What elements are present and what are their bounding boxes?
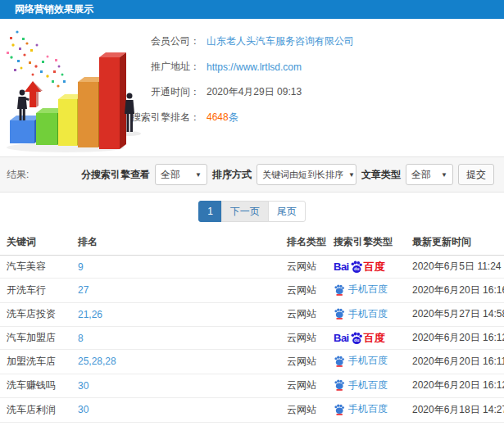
titlebar: 网络营销效果展示 xyxy=(0,0,504,19)
updated-cell: 2020年6月20日 16:12 xyxy=(406,327,504,350)
updated-cell: 2020年6月18日 14:30 xyxy=(406,422,504,426)
chevron-down-icon: ▼ xyxy=(348,171,355,179)
table-row: 汽车美容 9 云网站 Bai du 百度 xyxy=(0,256,504,279)
chevron-down-icon: ▼ xyxy=(441,171,447,179)
bar-chart-clipart xyxy=(0,20,152,153)
keyword-cell: 汽车美容 xyxy=(0,256,71,279)
baidu-paw-icon: du xyxy=(350,261,363,274)
pagination: 1 下一页 尾页 xyxy=(0,193,504,229)
keyword-cell: 洗车赚钱吗 xyxy=(0,374,71,398)
mobile-baidu-paw-icon xyxy=(334,308,345,320)
baidu-logo-du-text: du xyxy=(354,338,359,342)
table-row: 加盟洗车店 25,28,28 云网站 du xyxy=(0,350,504,374)
engine-filter-selected-value: 全部 xyxy=(161,168,180,182)
mobile-baidu-paw-icon xyxy=(334,404,345,415)
updated-cell: 2020年6月18日 14:27 xyxy=(406,398,504,423)
submit-button[interactable]: 提交 xyxy=(458,164,494,185)
baidu-paw-icon: du xyxy=(350,332,363,345)
baidu-mobile-logo: 手机百度 xyxy=(334,354,388,368)
article-type-select[interactable]: 全部 ▼ xyxy=(406,164,453,185)
pagination-next-button[interactable]: 下一页 xyxy=(221,201,269,222)
baidu-logo-du-text: du xyxy=(354,266,359,271)
rank-link[interactable]: 25,28,28 xyxy=(78,356,116,367)
article-type-selected-value: 全部 xyxy=(411,168,431,182)
mobile-baidu-label: 手机百度 xyxy=(348,378,388,392)
baidu-mobile-logo: 手机百度 xyxy=(334,402,388,416)
confetti-dots xyxy=(7,30,66,87)
rank-link[interactable]: 30 xyxy=(78,404,89,415)
rank-link[interactable]: 8 xyxy=(78,333,84,344)
keyword-cell: 加盟洗车店 xyxy=(0,350,71,374)
mobile-baidu-label: 手机百度 xyxy=(348,307,388,321)
engine-filter-label: 分搜索引擎查看 xyxy=(81,168,150,182)
keyword-cell: 洗车店加盟 xyxy=(0,422,71,426)
baidu-logo-baidu-text: 百度 xyxy=(364,261,385,272)
mobile-baidu-paw-icon xyxy=(334,284,345,296)
header-engine-type: 搜索引擎类型 xyxy=(327,229,406,256)
rank-link[interactable]: 27 xyxy=(78,284,89,296)
rank-link[interactable]: 21,26 xyxy=(78,309,102,320)
mobile-baidu-label: 手机百度 xyxy=(348,402,388,416)
rank-type-cell: 云网站 xyxy=(280,256,327,279)
chevron-down-icon: ▼ xyxy=(195,171,202,179)
updated-cell: 2020年5月27日 14:58 xyxy=(406,302,504,327)
rank-type-cell: 云网站 xyxy=(280,422,327,426)
rank-unit: 条 xyxy=(229,111,238,123)
keyword-cell: 洗车店投资 xyxy=(0,302,71,327)
rank-type-cell: 云网站 xyxy=(280,327,327,350)
info-row-rank: 搜索引擎排名： 4648条 xyxy=(131,105,504,130)
header-rank: 排名 xyxy=(71,229,280,256)
hero-section: 会员公司： 山东老人头汽车服务咨询有限公司 推广地址： https://www.… xyxy=(0,19,504,156)
sort-selected-value: 关键词由短到长排序 xyxy=(262,169,343,181)
result-section-label: 结果: xyxy=(7,168,29,182)
article-type-label: 文章类型 xyxy=(361,168,401,182)
page: 网络营销效果展示 xyxy=(0,0,504,426)
updated-cell: 2020年6月5日 11:24 xyxy=(406,256,504,279)
keyword-cell: 洗车店利润 xyxy=(0,398,71,423)
mobile-baidu-label: 手机百度 xyxy=(348,283,388,297)
promo-url-link[interactable]: https://www.lrtlsd.com xyxy=(207,61,302,73)
mobile-baidu-label: 手机百度 xyxy=(348,354,388,368)
baidu-logo-baidu-text: 百度 xyxy=(364,333,385,343)
baidu-logo-bai-text: Bai xyxy=(334,333,349,343)
rank-type-cell: 云网站 xyxy=(280,374,327,398)
table-row: 洗车店加盟 3 云网站 Bai du 百度 xyxy=(0,422,504,426)
baidu-mobile-logo: 手机百度 xyxy=(334,378,388,392)
updated-cell: 2020年6月20日 16:12 xyxy=(406,374,504,398)
sort-select[interactable]: 关键词由短到长排序 ▼ xyxy=(257,164,356,185)
open-time-value: 2020年4月29日 09:13 xyxy=(207,85,302,99)
info-row-company: 会员公司： 山东老人头汽车服务咨询有限公司 xyxy=(131,29,504,54)
rank-type-cell: 云网站 xyxy=(280,279,327,303)
header-keyword: 关键词 xyxy=(0,229,71,256)
rank-type-cell: 云网站 xyxy=(280,398,327,423)
updated-cell: 2020年6月20日 16:11 xyxy=(406,350,504,374)
rank-type-cell: 云网站 xyxy=(280,302,327,327)
filter-bar: 结果: 分搜索引擎查看 全部 ▼ 排序方式 关键词由短到长排序 ▼ 文章类型 全… xyxy=(0,156,504,193)
rank-link[interactable]: 30 xyxy=(78,380,89,392)
header-updated: 最新更新时间 xyxy=(406,229,504,256)
company-link[interactable]: 山东老人头汽车服务咨询有限公司 xyxy=(207,34,354,48)
header-rank-type: 排名类型 xyxy=(280,229,327,256)
keyword-cell: 开洗车行 xyxy=(0,279,71,303)
keyword-cell: 汽车加盟店 xyxy=(0,327,71,350)
sort-label: 排序方式 xyxy=(212,168,252,182)
pagination-page-1[interactable]: 1 xyxy=(198,201,222,222)
rank-type-cell: 云网站 xyxy=(280,350,327,374)
engine-rank-value: 4648条 xyxy=(207,111,238,125)
page-title: 网络营销效果展示 xyxy=(15,2,93,16)
baidu-mobile-logo: 手机百度 xyxy=(334,283,388,297)
table-body: 汽车美容 9 云网站 Bai du 百度 xyxy=(0,256,504,426)
pagination-last-button[interactable]: 尾页 xyxy=(268,201,306,222)
table-row: 汽车加盟店 8 云网站 Bai du 百度 xyxy=(0,327,504,350)
engine-filter-select[interactable]: 全部 ▼ xyxy=(155,164,207,185)
rank-link[interactable]: 9 xyxy=(78,261,84,273)
baidu-logo-bai-text: Bai xyxy=(334,261,349,272)
member-info: 会员公司： 山东老人头汽车服务咨询有限公司 推广地址： https://www.… xyxy=(131,19,504,130)
rank-count: 4648 xyxy=(207,111,229,123)
results-table: 关键词 排名 排名类型 搜索引擎类型 最新更新时间 汽车美容 9 云网站 Bai xyxy=(0,229,504,426)
info-row-opened: 开通时间： 2020年4月29日 09:13 xyxy=(131,79,504,105)
table-row: 洗车赚钱吗 30 云网站 du xyxy=(0,374,504,398)
table-row: 洗车店利润 30 云网站 du xyxy=(0,398,504,423)
table-row: 洗车店投资 21,26 云网站 du xyxy=(0,302,504,327)
info-row-url: 推广地址： https://www.lrtlsd.com xyxy=(131,54,504,79)
